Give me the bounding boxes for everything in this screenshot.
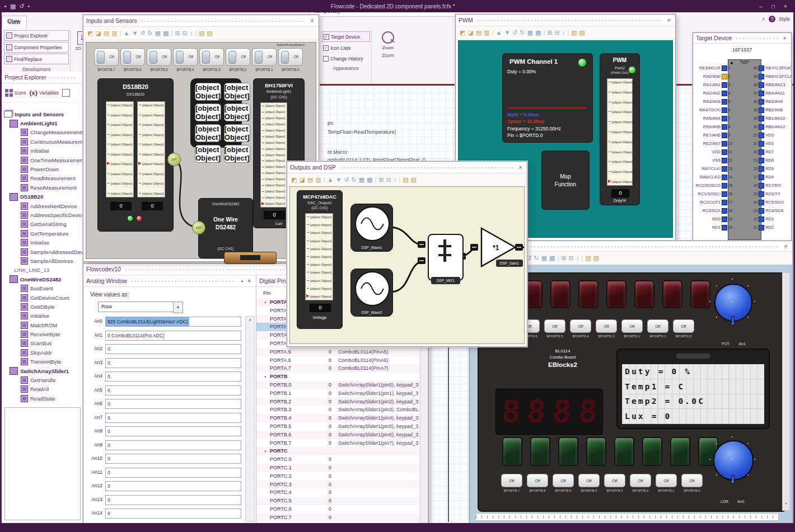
toolbar-icon[interactable]: |	[544, 30, 545, 36]
switch-rocker[interactable]	[149, 51, 157, 64]
digital-pin-row[interactable]: PORTC.6 0	[256, 505, 420, 514]
toolbar-icon[interactable]: ↻	[534, 255, 539, 261]
chip-pin-row[interactable]: 28 RD5	[751, 164, 791, 173]
tree-item[interactable]: Initialise	[2, 147, 83, 156]
pin-pad[interactable]	[722, 200, 727, 205]
pin-pad[interactable]	[759, 208, 764, 214]
tree-item[interactable]: BusEvent	[2, 284, 83, 293]
toolbar-icon[interactable]: ▨	[207, 30, 213, 36]
chip-pin-row[interactable]: 26 RC7/RX	[751, 181, 791, 190]
pin-pad[interactable]	[722, 208, 727, 214]
toolbar-icon[interactable]: ▦	[359, 177, 364, 183]
digital-pin-row[interactable]: PORTB.4 0 SwitchArraySlider1(pin4), keyp…	[256, 414, 420, 422]
pot-knob[interactable]	[714, 284, 752, 322]
chip-pin-row[interactable]: 21 RD2	[751, 223, 791, 232]
tree-item[interactable]: MatchROM	[2, 321, 83, 329]
toolbar-icon[interactable]: ↻	[147, 30, 152, 36]
tree-item[interactable]: ContinuousMeasurement	[2, 137, 83, 146]
chip-pin-row[interactable]: RC2/CCP1 17	[694, 198, 735, 206]
switch-button[interactable]: Off	[501, 474, 522, 487]
tree-item[interactable]: OneTimeMeasurement	[2, 156, 83, 164]
pin-pad[interactable]	[759, 141, 764, 147]
toolbar-icon[interactable]: ▲	[495, 30, 502, 36]
pin-pad[interactable]	[722, 183, 727, 189]
chip-pin-row[interactable]: 23 RC4/SDA	[751, 206, 791, 215]
close-icon[interactable]: ×	[665, 17, 672, 23]
tree-item[interactable]: Inputs and Sensors	[2, 110, 83, 119]
switch-component[interactable]: Off $PORTB.5	[147, 48, 171, 72]
chip-pin-row[interactable]: RE3/MCLR 1	[694, 64, 735, 72]
chip-pin-row[interactable]: RA7/CLKI 13	[694, 164, 735, 173]
chip-pin-row[interactable]: RE2/AN7 10	[694, 139, 735, 148]
pin-pad[interactable]	[722, 107, 727, 113]
tree-item[interactable]: GetIDByte	[2, 302, 83, 311]
tree-item[interactable]: ReadAll	[2, 385, 83, 394]
titlebar-icon[interactable]: ▪	[4, 3, 7, 10]
digital-pin-row[interactable]: PORTC.7 0	[256, 514, 420, 522]
board-switch[interactable]: Off $PORTD.1	[647, 319, 668, 338]
board-switch[interactable]: Off $PORTB.3	[604, 474, 625, 492]
pin-pad[interactable]	[722, 166, 727, 172]
chip-pin-row[interactable]: RE1/AN6 9	[694, 131, 735, 139]
chip-pin-row[interactable]: RE0/AN5 8	[694, 123, 735, 131]
pin-pad[interactable]	[722, 116, 727, 121]
switch-rocker[interactable]	[97, 51, 105, 64]
tree-item[interactable]: ReceiveByte	[2, 329, 83, 338]
toolbar-icon[interactable]: ⊞	[378, 177, 384, 183]
digital-pin-row[interactable]: PORTA.5 0 ComboBL0114(PinA5)	[256, 348, 420, 356]
toolbar-icon[interactable]: ▦	[155, 30, 161, 36]
pin-pad[interactable]	[722, 82, 727, 88]
tree-item[interactable]: SwitchArraySlider1	[2, 366, 83, 375]
toolbar-icon[interactable]: |	[492, 30, 494, 36]
digital-pin-row[interactable]: PORTC.4 0	[256, 488, 420, 497]
digital-pin-row[interactable]: PORTB.1 0 SwitchArraySlider1(pin1), keyp…	[256, 389, 420, 398]
chip-pin-row[interactable]: RA1/AN1 3	[694, 81, 735, 89]
toolbar-icon[interactable]: ◪	[95, 30, 101, 36]
toolbar-icon[interactable]: ◩	[460, 30, 465, 36]
toolbar-icon[interactable]: |	[375, 177, 377, 183]
dsp-wave2-component[interactable]: DSP_Wave2	[350, 269, 393, 317]
switch-component[interactable]: Off $PORTB.4	[173, 48, 198, 72]
switch-button[interactable]: Off	[621, 319, 643, 333]
toolbar-icon[interactable]: ↕	[576, 255, 579, 261]
chip-pin-row[interactable]: RA0/AN0 2	[694, 72, 735, 81]
toolbar-icon[interactable]: ◪	[299, 177, 305, 183]
chip-pin-row[interactable]: 25 RC6/TX	[751, 190, 791, 198]
tree-item[interactable]: GetHandle	[2, 375, 83, 384]
tree-item[interactable]: Initialise	[2, 312, 83, 321]
dropdown-arrow-icon[interactable]: ▼	[173, 302, 183, 313]
pin-pad[interactable]	[722, 65, 727, 71]
chip-pin-row[interactable]: 29 RD6	[751, 156, 791, 164]
pin-pad[interactable]	[759, 74, 764, 79]
pin-pad[interactable]	[759, 107, 764, 113]
tree-item[interactable]: ResetMeasurement	[2, 183, 83, 192]
chip-pin-row[interactable]: 37 RB4/AN11	[751, 89, 791, 97]
digital-pin-row[interactable]: PORTC.5 0	[256, 497, 420, 505]
chip-pin-row[interactable]: VSS 12	[694, 156, 735, 164]
pin-pad[interactable]	[722, 216, 727, 222]
switch-button[interactable]: Off	[630, 474, 651, 487]
chip-pin-row[interactable]: 40 RB7/ICSPDAT	[751, 64, 791, 72]
toolbar-icon[interactable]: ◩	[291, 177, 297, 183]
switch-button[interactable]: Off	[544, 319, 565, 333]
channel-value-field[interactable]: 0	[105, 481, 241, 491]
pwm-channel1-component[interactable]: PWM Channel 1 Duty = 0.00% Mark = 0.00us…	[502, 53, 593, 143]
board-switch[interactable]: Off $PORTD.2	[621, 319, 643, 338]
channel-value-field[interactable]: 0	[105, 399, 241, 409]
pin-pad[interactable]	[722, 225, 727, 230]
ds18b20-component[interactable]: DS18B20 DS18B20 [object Object][object O…	[97, 78, 174, 232]
toolbar-icon[interactable]: |	[399, 177, 400, 183]
digital-pin-row[interactable]: PORTB.6 0 SwitchArraySlider1(pin6), keyp…	[256, 431, 420, 439]
onewire-ds2482-component[interactable]: OneWireDS2482 One Wire DS2482 (I2C CH1)	[198, 198, 253, 258]
chip-pin-row[interactable]: 34 RB1/AN10	[751, 114, 791, 123]
titlebar-icon[interactable]: ▩	[10, 3, 16, 10]
switch-rocker[interactable]	[281, 51, 289, 64]
pin-pad[interactable]	[722, 91, 727, 96]
toolbar-icon[interactable]: ⊟	[183, 30, 188, 36]
digital-pin-row[interactable]: PORTC.1 0	[256, 464, 420, 472]
pin-pad[interactable]	[759, 183, 764, 189]
tree-item[interactable]: ReadState	[2, 394, 83, 403]
tree-item[interactable]: GetSerialString	[2, 220, 83, 229]
pin-pad[interactable]	[722, 141, 727, 147]
voltage-scale[interactable]: [object Object][object Object][object Ob…	[305, 213, 333, 300]
